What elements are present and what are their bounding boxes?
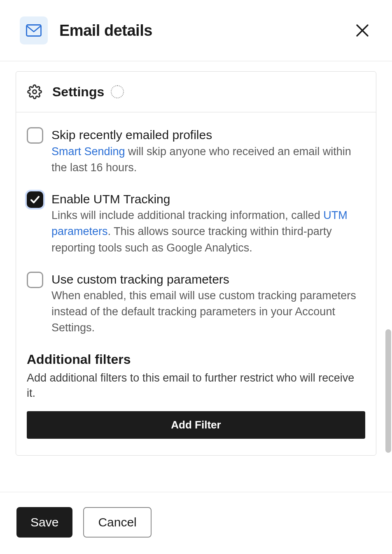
svg-point-1 [33,90,37,94]
setting-label: Use custom tracking parameters [51,272,365,287]
modal-header: Email details [0,0,392,61]
additional-filters-description: Add additional filters to this email to … [27,370,365,402]
gear-icon [27,84,42,100]
modal-footer: Save Cancel [0,492,392,554]
scrollbar-thumb[interactable] [385,329,391,453]
settings-card-header: Settings [16,72,376,112]
setting-utm-tracking: Enable UTM Tracking Links will include a… [27,191,365,256]
setting-description: When enabled, this email will use custom… [51,288,365,336]
smart-sending-link[interactable]: Smart Sending [51,145,125,158]
modal-body: Settings Skip recently emailed profiles … [0,61,392,492]
setting-description: Smart Sending will skip anyone who recei… [51,144,365,176]
modal-title: Email details [59,22,152,40]
loading-icon [111,85,124,98]
save-button[interactable]: Save [16,507,72,538]
close-button[interactable] [352,21,372,40]
close-icon [355,23,370,38]
setting-label: Skip recently emailed profiles [51,127,365,143]
setting-label: Enable UTM Tracking [51,191,365,207]
checkbox-utm-tracking[interactable] [27,191,43,208]
checkbox-custom-tracking[interactable] [27,272,43,288]
additional-filters-heading: Additional filters [27,352,365,367]
setting-custom-tracking: Use custom tracking parameters When enab… [27,272,365,336]
setting-skip-recent: Skip recently emailed profiles Smart Sen… [27,127,365,176]
svg-rect-0 [27,25,41,36]
checkbox-skip-recent[interactable] [27,127,43,144]
settings-card: Settings Skip recently emailed profiles … [16,71,376,456]
add-filter-button[interactable]: Add Filter [27,411,365,439]
cancel-button[interactable]: Cancel [83,507,151,538]
settings-heading: Settings [52,84,104,100]
setting-description: Links will include additional tracking i… [51,207,365,256]
mail-icon [20,16,48,44]
checkmark-icon [30,194,40,205]
